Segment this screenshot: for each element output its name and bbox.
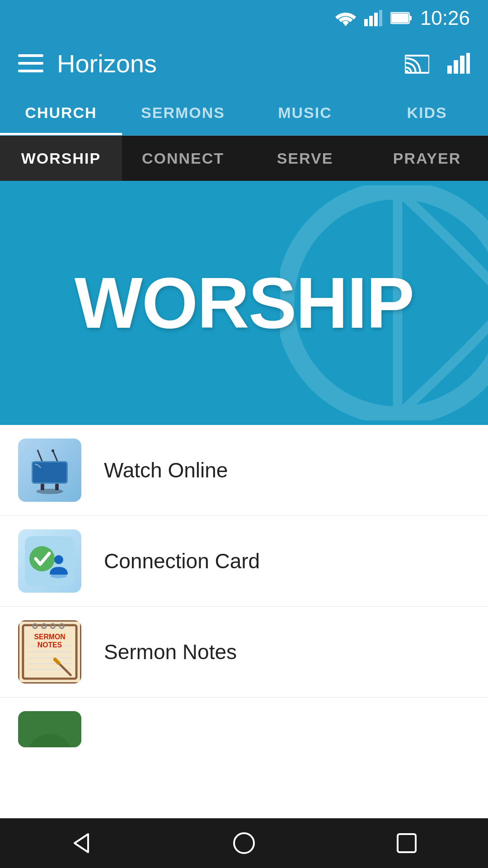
wifi-icon bbox=[335, 10, 356, 26]
svg-rect-14 bbox=[460, 56, 465, 74]
bottom-nav bbox=[0, 818, 488, 868]
partial-item-icon bbox=[18, 711, 81, 747]
cast-button[interactable] bbox=[405, 53, 429, 74]
hero-title: WORSHIP bbox=[75, 261, 413, 344]
back-button[interactable] bbox=[59, 821, 104, 866]
svg-point-24 bbox=[36, 489, 63, 494]
status-time: 10:26 bbox=[420, 7, 470, 29]
svg-rect-3 bbox=[379, 10, 382, 26]
svg-rect-13 bbox=[454, 60, 458, 74]
hero-banner: WORSHIP bbox=[0, 181, 488, 425]
list-container: Watch Online Connection Card bbox=[0, 425, 488, 761]
watch-online-icon bbox=[18, 439, 81, 502]
svg-line-43 bbox=[55, 660, 59, 663]
top-tabs: CHURCH SERMONS MUSIC KIDS bbox=[0, 90, 488, 136]
svg-rect-6 bbox=[391, 14, 408, 23]
stats-button[interactable] bbox=[447, 53, 470, 74]
home-button[interactable] bbox=[221, 821, 267, 866]
svg-point-11 bbox=[405, 70, 408, 74]
tab-prayer[interactable]: PRAYER bbox=[366, 136, 488, 181]
svg-point-47 bbox=[234, 833, 254, 853]
app-bar: Horizons bbox=[0, 36, 488, 90]
tab-church[interactable]: CHURCH bbox=[0, 90, 122, 135]
list-item-partial[interactable] bbox=[0, 698, 488, 761]
list-item-sermon-notes[interactable]: SERMON NOTES Sermon Notes bbox=[0, 607, 488, 698]
svg-text:NOTES: NOTES bbox=[38, 641, 62, 649]
sermon-notes-icon: SERMON NOTES bbox=[18, 620, 81, 684]
svg-point-28 bbox=[51, 574, 67, 578]
svg-rect-0 bbox=[364, 19, 368, 26]
status-bar: 10:26 bbox=[0, 0, 488, 36]
svg-line-19 bbox=[38, 450, 42, 461]
tab-sermons[interactable]: SERMONS bbox=[122, 90, 244, 135]
watch-online-label: Watch Online bbox=[104, 458, 228, 482]
svg-rect-15 bbox=[466, 53, 470, 74]
svg-point-26 bbox=[29, 546, 55, 571]
svg-rect-7 bbox=[18, 54, 43, 57]
tab-serve[interactable]: SERVE bbox=[244, 136, 366, 181]
svg-rect-12 bbox=[447, 66, 452, 74]
connection-card-label: Connection Card bbox=[104, 549, 260, 573]
recent-apps-button[interactable] bbox=[384, 821, 429, 866]
app-bar-left: Horizons bbox=[18, 49, 157, 78]
secondary-tabs: WORSHIP CONNECT SERVE PRAYER bbox=[0, 136, 488, 181]
signal-icon bbox=[364, 10, 382, 26]
tab-worship[interactable]: WORSHIP bbox=[0, 136, 122, 181]
svg-rect-1 bbox=[369, 16, 373, 26]
tab-connect[interactable]: CONNECT bbox=[122, 136, 244, 181]
tab-kids[interactable]: KIDS bbox=[366, 90, 488, 135]
sermon-notes-label: Sermon Notes bbox=[104, 640, 237, 664]
battery-icon bbox=[390, 11, 412, 25]
tab-music[interactable]: MUSIC bbox=[244, 90, 366, 135]
app-title: Horizons bbox=[57, 49, 157, 78]
app-bar-right bbox=[405, 53, 470, 74]
svg-text:SERMON: SERMON bbox=[34, 633, 65, 641]
list-item-connection-card[interactable]: Connection Card bbox=[0, 516, 488, 607]
svg-rect-9 bbox=[18, 70, 43, 72]
svg-rect-5 bbox=[409, 16, 412, 20]
svg-point-27 bbox=[54, 555, 63, 564]
svg-rect-2 bbox=[374, 13, 378, 26]
svg-rect-48 bbox=[398, 834, 416, 852]
svg-rect-8 bbox=[18, 62, 43, 65]
status-icons: 10:26 bbox=[335, 7, 470, 29]
menu-button[interactable] bbox=[18, 54, 43, 72]
svg-point-21 bbox=[52, 449, 54, 452]
connection-card-icon bbox=[18, 529, 81, 593]
svg-marker-46 bbox=[75, 834, 88, 852]
list-item-watch-online[interactable]: Watch Online bbox=[0, 425, 488, 516]
svg-line-20 bbox=[53, 451, 57, 461]
